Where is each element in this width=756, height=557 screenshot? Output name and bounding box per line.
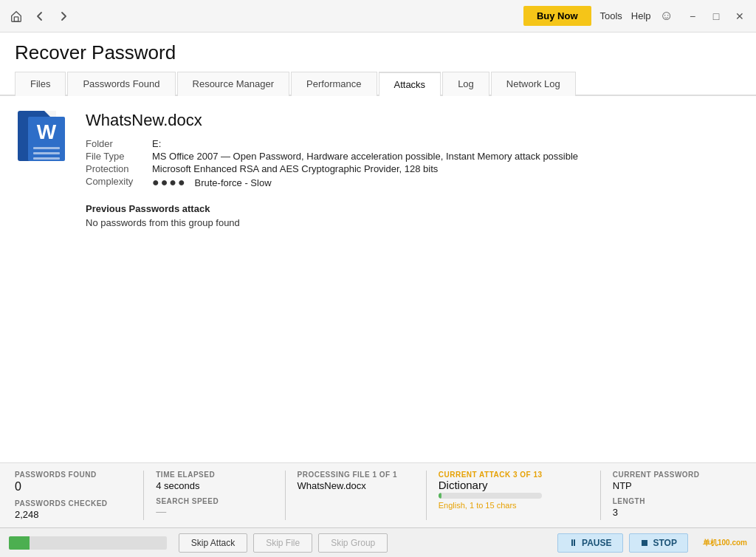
current-attack-name: Dictionary: [439, 479, 588, 491]
titlebar: Buy Now Tools Help ☺ − □ ✕: [0, 0, 756, 33]
folder-value: E:: [152, 137, 584, 150]
complexity-text: Brute-force - Slow: [195, 177, 272, 188]
back-button[interactable]: [30, 6, 50, 27]
length-label: LENGTH: [613, 497, 729, 505]
main-progress-fill: [9, 536, 30, 550]
previous-attack-section: Previous Passwords attack No passwords f…: [86, 203, 738, 228]
folder-row: Folder E:: [86, 137, 584, 150]
complexity-dots: ●●●●: [152, 176, 187, 188]
protection-value: Microsoft Enhanced RSA and AES Cryptogra…: [152, 163, 584, 175]
tab-resource-manager[interactable]: Resource Manager: [177, 72, 290, 96]
stat-passwords-found: PASSWORDS FOUND 0 PASSWORDS CHECKED 2,24…: [15, 471, 144, 520]
file-section: W WhatsNew.docx Folder E: File Type MS O…: [18, 111, 738, 228]
pause-label: PAUSE: [582, 538, 611, 548]
buy-now-button[interactable]: Buy Now: [523, 6, 591, 26]
statusbar: PASSWORDS FOUND 0 PASSWORDS CHECKED 2,24…: [0, 462, 756, 527]
tab-passwords-found[interactable]: Passwords Found: [67, 72, 175, 96]
svg-rect-0: [14, 16, 18, 21]
attack-sub-highlight: 1 to 15 chars: [470, 501, 517, 510]
tools-menu[interactable]: Tools: [600, 10, 622, 21]
passwords-found-value: 0: [15, 480, 131, 493]
passwords-checked-label: PASSWORDS CHECKED: [15, 499, 131, 508]
file-info: WhatsNew.docx Folder E: File Type MS Off…: [86, 111, 738, 228]
tab-attacks[interactable]: Attacks: [379, 72, 441, 96]
minimize-button[interactable]: −: [682, 6, 703, 27]
attack-progress: [439, 493, 588, 499]
back-icon: [35, 11, 45, 21]
complexity-label: Complexity: [86, 175, 152, 190]
previous-attack-title: Previous Passwords attack: [86, 203, 738, 214]
skip-attack-button[interactable]: Skip Attack: [179, 533, 247, 553]
smiley-icon[interactable]: ☺: [660, 8, 673, 24]
maximize-button[interactable]: □: [706, 6, 726, 27]
forward-button[interactable]: [53, 6, 74, 27]
current-password-label: CURRENT PASSWORD: [613, 471, 729, 479]
pause-button[interactable]: ⏸ PAUSE: [557, 533, 622, 553]
filetype-label: File Type: [86, 150, 152, 163]
icon-front: W: [28, 117, 65, 161]
file-icon: W: [18, 111, 71, 170]
attack-progress-track: [439, 493, 542, 499]
current-attack-label: CURRENT ATTACK 3 OF 13: [439, 471, 588, 479]
filetype-value: MS Office 2007 — Open Password, Hardware…: [152, 150, 584, 163]
stop-button[interactable]: ⏹ STOP: [629, 533, 688, 553]
processing-label: PROCESSING FILE 1 OF 1: [298, 471, 414, 479]
home-button[interactable]: [6, 6, 27, 27]
stop-icon: ⏹: [640, 538, 649, 548]
tab-bar: Files Passwords Found Resource Manager P…: [0, 70, 756, 96]
titlebar-left: [6, 6, 74, 27]
icon-lines: [33, 147, 60, 160]
watermark: 单机100.com: [703, 538, 747, 548]
attack-progress-fill: [439, 493, 441, 499]
pause-icon: ⏸: [568, 538, 577, 548]
close-button[interactable]: ✕: [729, 6, 750, 27]
time-elapsed-value: 4 seconds: [156, 480, 272, 491]
search-speed-label: SEARCH SPEED: [156, 497, 272, 505]
file-name: WhatsNew.docx: [86, 111, 738, 130]
processing-value: WhatsNew.docx: [298, 480, 414, 491]
protection-label: Protection: [86, 163, 152, 175]
help-menu[interactable]: Help: [631, 10, 651, 21]
bottombar: Skip Attack Skip File Skip Group ⏸ PAUSE…: [0, 527, 756, 557]
tab-performance[interactable]: Performance: [291, 72, 377, 96]
app-header: Recover Password: [0, 33, 756, 70]
length-value: 3: [613, 507, 729, 518]
stat-password: CURRENT PASSWORD NTP LENGTH 3: [613, 471, 741, 520]
window-controls: − □ ✕: [682, 6, 750, 27]
complexity-value: ●●●● Brute-force - Slow: [152, 175, 584, 190]
time-elapsed-label: TIME ELAPSED: [156, 471, 272, 479]
attack-sub-text: English,: [439, 501, 470, 510]
passwords-found-label: PASSWORDS FOUND: [15, 471, 131, 479]
current-password-value: NTP: [613, 480, 729, 491]
home-icon: [10, 10, 23, 23]
stop-label: STOP: [653, 538, 677, 548]
main-content: W WhatsNew.docx Folder E: File Type MS O…: [0, 96, 756, 243]
stat-processing: PROCESSING FILE 1 OF 1 WhatsNew.docx: [298, 471, 427, 520]
filetype-row: File Type MS Office 2007 — Open Password…: [86, 150, 584, 163]
complexity-row: Complexity ●●●● Brute-force - Slow: [86, 175, 584, 190]
info-table: Folder E: File Type MS Office 2007 — Ope…: [86, 137, 584, 190]
tab-network-log[interactable]: Network Log: [491, 72, 576, 96]
skip-group-button[interactable]: Skip Group: [318, 533, 388, 553]
previous-attack-text: No passwords from this group found: [86, 217, 738, 228]
attack-sub: English, 1 to 15 chars: [439, 501, 588, 510]
icon-w-letter: W: [37, 122, 56, 143]
forward-icon: [58, 11, 69, 21]
skip-file-button[interactable]: Skip File: [253, 533, 312, 553]
stat-time: TIME ELAPSED 4 seconds SEARCH SPEED —: [156, 471, 285, 520]
stat-attack: CURRENT ATTACK 3 OF 13 Dictionary Englis…: [439, 471, 601, 520]
main-progress-track: [9, 536, 167, 550]
nav-controls: [6, 6, 74, 27]
protection-row: Protection Microsoft Enhanced RSA and AE…: [86, 163, 584, 175]
tab-files[interactable]: Files: [15, 72, 66, 96]
folder-label: Folder: [86, 137, 152, 150]
tab-log[interactable]: Log: [442, 72, 489, 96]
search-speed-value: —: [156, 505, 272, 517]
passwords-checked-value: 2,248: [15, 509, 131, 520]
page-title: Recover Password: [15, 41, 741, 64]
titlebar-right: Buy Now Tools Help ☺ − □ ✕: [523, 6, 750, 27]
